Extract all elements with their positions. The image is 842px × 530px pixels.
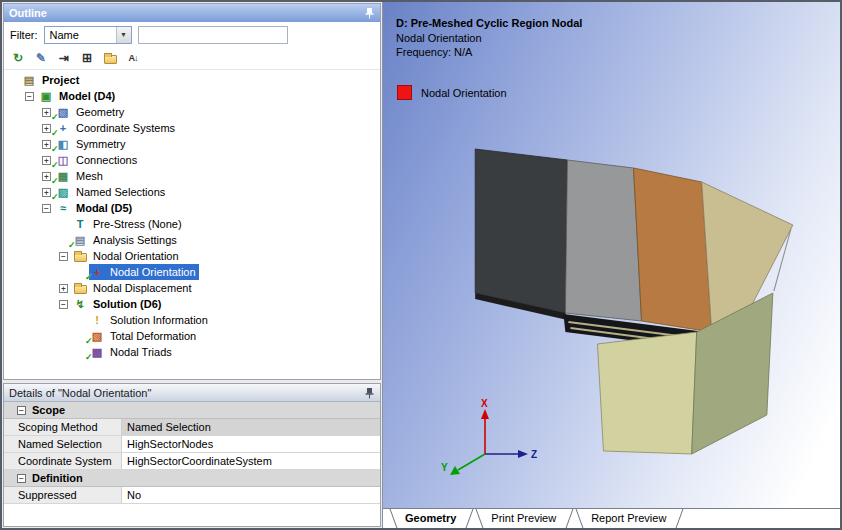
- filter-type-value: Name: [50, 29, 79, 41]
- tree-item-label: Nodal Displacement: [91, 282, 193, 294]
- tree-item-label: Total Deformation: [108, 330, 198, 342]
- graphics-viewport[interactable]: D: Pre-Meshed Cyclic Region Nodal Nodal …: [382, 2, 840, 528]
- details-title: Details of "Nodal Orientation": [9, 387, 151, 399]
- tree-item-nodal-orientation[interactable]: −Nodal Orientation: [4, 248, 380, 264]
- legend-swatch: [397, 85, 412, 100]
- details-row-suppressed: SuppressedNo: [4, 487, 380, 504]
- refresh-icon[interactable]: ↻: [8, 49, 28, 68]
- details-label-scoping-method: Scoping Method: [4, 419, 122, 435]
- tree-item-label: Model (D4): [57, 90, 117, 102]
- tree-item-named-selections[interactable]: +▨✓Named Selections: [4, 184, 380, 200]
- expand-icon[interactable]: +: [59, 284, 68, 293]
- tree-item-mesh[interactable]: +▦✓Mesh: [4, 168, 380, 184]
- collapse-icon[interactable]: −: [17, 406, 26, 415]
- details-section-definition[interactable]: −Definition: [4, 470, 380, 487]
- tree-item-symmetry[interactable]: +◧✓Symmetry: [4, 136, 380, 152]
- outline-header[interactable]: Outline: [4, 4, 380, 22]
- details-header[interactable]: Details of "Nodal Orientation": [4, 384, 380, 402]
- details-value-named-selection[interactable]: HighSectorNodes: [122, 436, 380, 452]
- expand-icon[interactable]: +: [42, 172, 51, 181]
- details-value-scoping-method[interactable]: Named Selection: [122, 419, 380, 435]
- tree-item-solution-information[interactable]: !Solution Information: [4, 312, 380, 328]
- triad-axes: X Y Z: [441, 397, 543, 483]
- viewport-subtitle: Nodal Orientation: [396, 32, 582, 44]
- filter-type-dropdown[interactable]: Name ▼: [44, 26, 132, 44]
- y-axis: [458, 454, 485, 470]
- goto-icon[interactable]: ⇥: [54, 49, 74, 68]
- nodal-orientation-icon: +✓: [90, 265, 104, 279]
- sector-face-khaki[interactable]: [597, 332, 696, 454]
- tree-item-analysis-settings[interactable]: ▤✓Analysis Settings: [4, 232, 380, 248]
- tree-item-label: Geometry: [74, 106, 126, 118]
- tree-item-geometry[interactable]: +▧✓Geometry: [4, 104, 380, 120]
- total-deformation-icon: ▧✓: [90, 329, 104, 343]
- tab-geometry[interactable]: Geometry: [393, 509, 472, 528]
- tree-item-label: Analysis Settings: [91, 234, 179, 246]
- collapse-icon[interactable]: −: [17, 474, 26, 483]
- filter-label: Filter:: [10, 29, 38, 41]
- collapse-icon[interactable]: −: [59, 252, 68, 261]
- details-value-coordinate-system[interactable]: HighSectorCoordinateSystem: [122, 453, 380, 469]
- filter-bar: Filter: Name ▼: [4, 22, 380, 47]
- tree-item-modal-d5[interactable]: −≈Modal (D5): [4, 200, 380, 216]
- analysis-settings-icon: ▤✓: [73, 233, 87, 247]
- tree-item-connections[interactable]: +◫✓Connections: [4, 152, 380, 168]
- details-row-scoping-method: Scoping MethodNamed Selection: [4, 419, 380, 436]
- expand-icon[interactable]: +: [42, 124, 51, 133]
- tree-indent: [59, 220, 68, 229]
- expand-icon[interactable]: +: [42, 108, 51, 117]
- tree-item-coordinate-systems[interactable]: ++✓Coordinate Systems: [4, 120, 380, 136]
- sector-face-gray[interactable]: [565, 160, 641, 321]
- tree-item-model-d4[interactable]: −▣Model (D4): [4, 88, 380, 104]
- details-section-scope[interactable]: −Scope: [4, 402, 380, 419]
- project-icon: ▤: [22, 73, 36, 87]
- collapse-icon[interactable]: −: [59, 300, 68, 309]
- tree-indent: [59, 236, 68, 245]
- sort-name-icon[interactable]: A↓: [123, 49, 143, 68]
- viewport-frequency: Frequency: N/A: [396, 46, 582, 58]
- named-selections-icon: ▨✓: [56, 185, 70, 199]
- tree-item-total-deformation[interactable]: ▧✓Total Deformation: [4, 328, 380, 344]
- pin-icon[interactable]: [364, 7, 375, 19]
- worksheet-icon[interactable]: ✎: [31, 49, 51, 68]
- tree-item-nodal-triads[interactable]: ▩✓Nodal Triads: [4, 344, 380, 360]
- tree-item-pre-stress-none[interactable]: TPre-Stress (None): [4, 216, 380, 232]
- pin-icon[interactable]: [364, 387, 375, 399]
- nodal-triads-icon: ▩✓: [90, 345, 104, 359]
- mesh-icon: ▦✓: [56, 169, 70, 183]
- tree-item-nodal-orientation[interactable]: +✓Nodal Orientation: [4, 264, 380, 280]
- tree-item-label: Nodal Orientation: [108, 266, 198, 278]
- y-axis-label: Y: [441, 462, 448, 473]
- expand-icon[interactable]: +: [42, 188, 51, 197]
- tree-item-label: Modal (D5): [74, 202, 134, 214]
- solution-information-icon: !: [90, 313, 104, 327]
- collapse-icon[interactable]: −: [25, 92, 34, 101]
- tree-item-nodal-displacement[interactable]: +Nodal Displacement: [4, 280, 380, 296]
- tree-item-label: Symmetry: [74, 138, 128, 150]
- details-label-suppressed: Suppressed: [4, 487, 122, 503]
- filter-text-input[interactable]: [138, 26, 288, 44]
- z-axis-arrowhead: [518, 450, 528, 458]
- expand-icon[interactable]: +: [42, 140, 51, 149]
- collapse-icon[interactable]: −: [42, 204, 51, 213]
- tree-item-solution-d6[interactable]: −↯Solution (D6): [4, 296, 380, 312]
- x-axis-arrowhead: [481, 409, 489, 419]
- tree-item-project[interactable]: ▤Project: [4, 72, 380, 88]
- legend-label: Nodal Orientation: [421, 87, 507, 99]
- geometry-icon: ▧✓: [56, 105, 70, 119]
- folder-icon[interactable]: [100, 49, 120, 68]
- expand-icon[interactable]: +: [42, 156, 51, 165]
- sector-face-dark-gray[interactable]: [475, 149, 567, 313]
- tree-item-label: Coordinate Systems: [74, 122, 177, 134]
- sector-face-orange[interactable]: [634, 168, 712, 332]
- details-panel: Details of "Nodal Orientation" −ScopeSco…: [3, 383, 381, 527]
- details-value-suppressed[interactable]: No: [122, 487, 380, 503]
- expand-all-icon[interactable]: ⊞: [77, 49, 97, 68]
- outline-tree: ▤Project−▣Model (D4)+▧✓Geometry++✓Coordi…: [4, 70, 380, 379]
- tab-report-preview[interactable]: Report Preview: [579, 509, 682, 528]
- ansys-mechanical-window: Outline Filter: Name ▼ ↻✎⇥⊞A↓ ▤Project−▣…: [0, 0, 842, 530]
- tree-indent: [76, 332, 85, 341]
- folder-glyph: [104, 55, 117, 64]
- outline-toolbar: ↻✎⇥⊞A↓: [4, 47, 380, 70]
- tab-print-preview[interactable]: Print Preview: [479, 509, 572, 528]
